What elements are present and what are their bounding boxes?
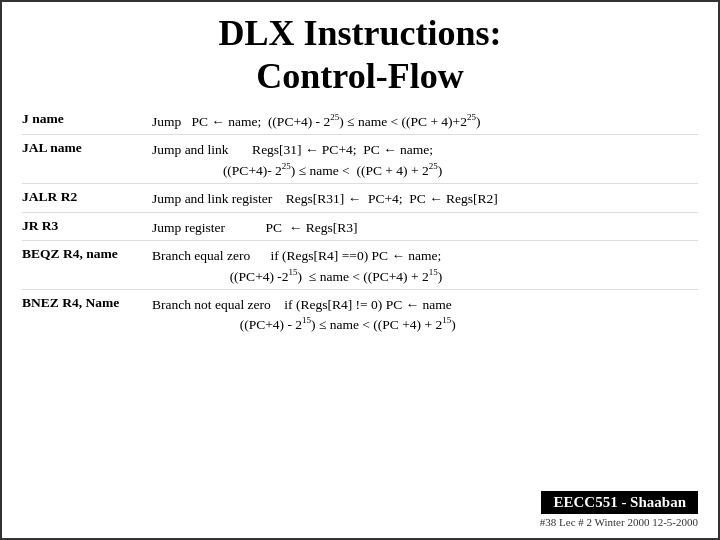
footer-badge: EECC551 - Shaaban: [541, 491, 698, 514]
desc-beqz: Branch equal zero if (Regs[R4] ==0) PC ←…: [152, 246, 698, 286]
row-jal: JAL name Jump and link Regs[31] ← PC+4; …: [22, 137, 698, 184]
content-area: J name Jump PC ← name; ((PC+4) - 225) ≤ …: [22, 108, 698, 485]
row-j: J name Jump PC ← name; ((PC+4) - 225) ≤ …: [22, 108, 698, 135]
page-title: DLX Instructions: Control-Flow: [22, 12, 698, 98]
instr-beqz: BEQZ R4, name: [22, 246, 152, 262]
desc-bnez: Branch not equal zero if (Regs[R4] != 0)…: [152, 295, 698, 335]
footer: EECC551 - Shaaban: [22, 491, 698, 514]
desc-jal: Jump and link Regs[31] ← PC+4; PC ← name…: [152, 140, 698, 180]
row-bnez: BNEZ R4, Name Branch not equal zero if (…: [22, 292, 698, 338]
instr-bnez: BNEZ R4, Name: [22, 295, 152, 311]
desc-j: Jump PC ← name; ((PC+4) - 225) ≤ name < …: [152, 111, 698, 131]
row-jalr: JALR R2 Jump and link register Regs[R31]…: [22, 186, 698, 213]
row-jr: JR R3 Jump register PC ← Regs[R3]: [22, 215, 698, 242]
footer-ref: #38 Lec # 2 Winter 2000 12-5-2000: [22, 516, 698, 528]
desc-jr: Jump register PC ← Regs[R3]: [152, 218, 698, 238]
page: DLX Instructions: Control-Flow J name Ju…: [0, 0, 720, 540]
instr-jalr: JALR R2: [22, 189, 152, 205]
desc-jalr: Jump and link register Regs[R31] ← PC+4;…: [152, 189, 698, 209]
instr-j: J name: [22, 111, 152, 127]
instr-jr: JR R3: [22, 218, 152, 234]
row-beqz: BEQZ R4, name Branch equal zero if (Regs…: [22, 243, 698, 290]
instr-jal: JAL name: [22, 140, 152, 156]
